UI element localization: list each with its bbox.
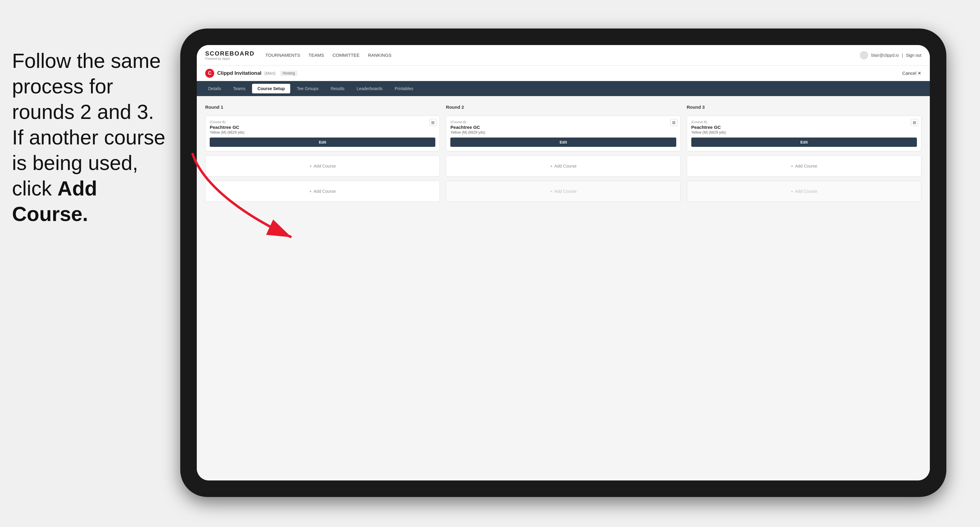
- course-label-r1-1: (Course A): [210, 120, 435, 124]
- add-course-r1-3[interactable]: + Add Course: [205, 181, 440, 202]
- logo-sub: Powered by clippd: [205, 57, 255, 60]
- course-detail-r1-1: Yellow (M) (6629 yds): [210, 130, 435, 135]
- user-email: blair@clippd.io: [871, 53, 899, 58]
- user-avatar: [860, 51, 868, 59]
- tab-course-setup[interactable]: Course Setup: [252, 84, 290, 94]
- add-course-label-r3-3: Add Course: [795, 189, 817, 194]
- add-icon-r2-3: +: [550, 189, 552, 194]
- round-3-column: Round 3 ⊠ (Course A) Peachtree GC Yellow…: [687, 105, 921, 202]
- sign-out-link[interactable]: Sign out: [906, 53, 921, 58]
- tab-details[interactable]: Details: [203, 84, 226, 94]
- tab-bar: Details Teams Course Setup Tee Groups Re…: [197, 81, 930, 96]
- cancel-icon: ✕: [918, 71, 921, 76]
- course-name-r2-1: Peachtree GC: [450, 125, 676, 130]
- add-icon-r3-3: +: [791, 189, 793, 194]
- course-card-r2-1: ⊠ (Course A) Peachtree GC Yellow (M) (66…: [446, 116, 681, 151]
- course-detail-r2-1: Yellow (M) (6629 yds): [450, 130, 676, 135]
- add-course-r1-2[interactable]: + Add Course: [205, 156, 440, 176]
- add-course-r3-2[interactable]: + Add Course: [687, 156, 921, 176]
- sub-header-left: C Clippd Invitational (Men) Hosting: [205, 69, 298, 78]
- tab-tee-groups[interactable]: Tee Groups: [291, 84, 324, 94]
- add-icon-r1-3: +: [309, 189, 312, 194]
- add-icon-r1-2: +: [309, 163, 312, 168]
- main-content: Round 1 ⊠ (Course A) Peachtree GC Yellow…: [197, 96, 930, 481]
- nav-committee[interactable]: COMMITTEE: [332, 52, 360, 58]
- tablet-screen: SCOREBOARD Powered by clippd TOURNAMENTS…: [197, 45, 930, 481]
- add-course-label-r2-2: Add Course: [554, 163, 576, 168]
- course-label-r3-1: (Course A): [691, 120, 917, 124]
- nav-teams[interactable]: TEAMS: [309, 52, 324, 58]
- add-course-r2-3: + Add Course: [446, 181, 681, 202]
- tournament-type: (Men): [264, 71, 275, 76]
- round-1-column: Round 1 ⊠ (Course A) Peachtree GC Yellow…: [205, 105, 440, 202]
- nav-rankings[interactable]: RANKINGS: [368, 52, 391, 58]
- instruction-text: Follow the same process for rounds 2 and…: [0, 48, 186, 227]
- round-3-label: Round 3: [687, 105, 921, 110]
- top-nav-right: blair@clippd.io | Sign out: [860, 51, 921, 59]
- add-course-r2-2[interactable]: + Add Course: [446, 156, 681, 176]
- round-2-label: Round 2: [446, 105, 681, 110]
- course-card-r3-1: ⊠ (Course A) Peachtree GC Yellow (M) (66…: [687, 116, 921, 151]
- tab-printables[interactable]: Printables: [389, 84, 419, 94]
- add-course-label-r2-3: Add Course: [554, 189, 576, 194]
- logo-text: SCOREBOARD: [205, 50, 255, 57]
- tab-teams[interactable]: Teams: [228, 84, 251, 94]
- course-name-r3-1: Peachtree GC: [691, 125, 917, 130]
- edit-button-r3-1[interactable]: Edit: [691, 138, 917, 147]
- remove-course-r1-1[interactable]: ⊠: [429, 119, 436, 126]
- top-nav-links: TOURNAMENTS TEAMS COMMITTEE RANKINGS: [265, 52, 391, 58]
- nav-tournaments[interactable]: TOURNAMENTS: [265, 52, 300, 58]
- tournament-name: Clippd Invitational: [217, 70, 261, 76]
- cancel-button[interactable]: Cancel ✕: [902, 71, 921, 76]
- round-2-column: Round 2 ⊠ (Course A) Peachtree GC Yellow…: [446, 105, 681, 202]
- course-label-r2-1: (Course A): [450, 120, 676, 124]
- tablet-device: SCOREBOARD Powered by clippd TOURNAMENTS…: [180, 29, 947, 497]
- edit-button-r2-1[interactable]: Edit: [450, 138, 676, 147]
- hosting-badge: Hosting: [280, 71, 298, 76]
- top-nav: SCOREBOARD Powered by clippd TOURNAMENTS…: [197, 45, 930, 65]
- course-card-r1-1: ⊠ (Course A) Peachtree GC Yellow (M) (66…: [205, 116, 440, 151]
- remove-course-r2-1[interactable]: ⊠: [670, 119, 678, 126]
- add-icon-r3-2: +: [791, 163, 793, 168]
- add-course-r3-3: + Add Course: [687, 181, 921, 202]
- scoreboard-logo: SCOREBOARD Powered by clippd: [205, 50, 255, 60]
- clippd-logo: C: [205, 69, 214, 78]
- add-course-label-r1-2: Add Course: [313, 163, 336, 168]
- tab-leaderboards[interactable]: Leaderboards: [351, 84, 388, 94]
- top-nav-left: SCOREBOARD Powered by clippd TOURNAMENTS…: [205, 50, 391, 60]
- add-course-label-r1-3: Add Course: [313, 189, 336, 194]
- tab-results[interactable]: Results: [325, 84, 350, 94]
- remove-course-r3-1[interactable]: ⊠: [911, 119, 918, 126]
- rounds-grid: Round 1 ⊠ (Course A) Peachtree GC Yellow…: [205, 105, 921, 202]
- course-name-r1-1: Peachtree GC: [210, 125, 435, 130]
- add-course-label-r3-2: Add Course: [795, 163, 817, 168]
- round-1-label: Round 1: [205, 105, 440, 110]
- add-icon-r2-2: +: [550, 163, 552, 168]
- edit-button-r1-1[interactable]: Edit: [210, 138, 435, 147]
- sub-header: C Clippd Invitational (Men) Hosting Canc…: [197, 65, 930, 81]
- separator: |: [902, 53, 903, 58]
- course-detail-r3-1: Yellow (M) (6629 yds): [691, 130, 917, 135]
